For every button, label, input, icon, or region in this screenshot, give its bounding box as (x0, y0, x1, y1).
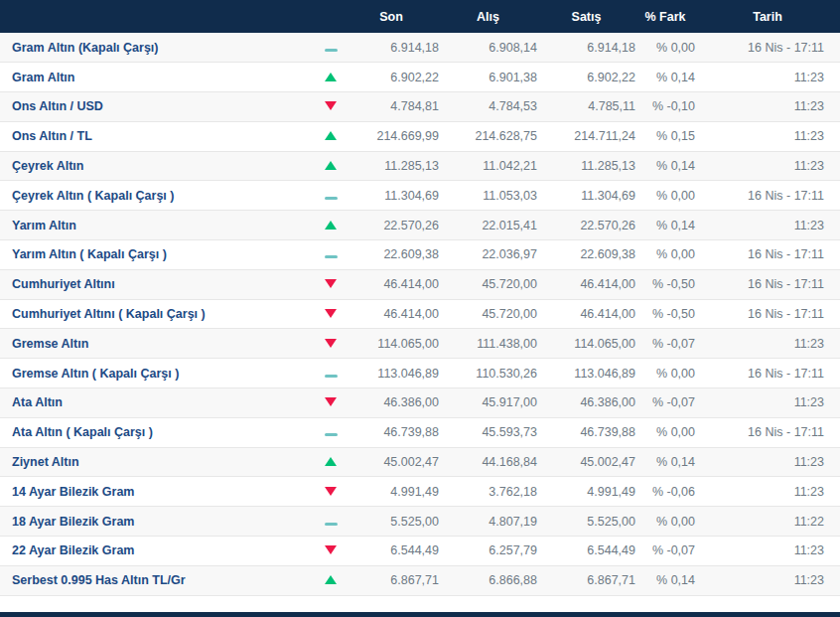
tarih-value: 11:22 (695, 507, 840, 537)
trend-flat-icon (325, 255, 338, 258)
alis-value: 6.866,88 (439, 565, 537, 595)
tarih-value: 11:23 (695, 329, 840, 359)
instrument-name[interactable]: Gram Altın (0, 63, 318, 92)
tarih-value: 16 Nis - 17:11 (695, 417, 840, 447)
trend-down-icon (325, 487, 337, 496)
instrument-name[interactable]: Serbest 0.995 Has Altın TL/Gr (0, 565, 318, 595)
table-row[interactable]: 22 Ayar Bilezik Gram6.544,496.257,796.54… (0, 537, 840, 566)
trend-cell (318, 299, 344, 329)
trend-flat-icon (325, 197, 338, 200)
son-value: 6.914,18 (344, 33, 439, 63)
satis-value: 45.002,47 (537, 447, 635, 477)
tarih-value: 11:23 (695, 447, 840, 477)
trend-cell (318, 92, 344, 122)
instrument-name[interactable]: 18 Ayar Bilezik Gram (0, 507, 318, 537)
trend-cell (318, 33, 344, 63)
alis-value: 44.168,84 (439, 447, 537, 477)
satis-value: 11.304,69 (537, 181, 635, 211)
table-row[interactable]: Çeyrek Altın ( Kapalı Çarşı )11.304,6911… (0, 181, 840, 211)
instrument-name[interactable]: Ziynet Altın (0, 447, 318, 477)
instrument-name[interactable]: Cumhuriyet Altını (0, 269, 318, 299)
son-value: 113.046,89 (344, 359, 439, 388)
trend-cell (318, 211, 344, 240)
fark-value: % -0,07 (635, 329, 695, 359)
satis-value: 46.414,00 (537, 299, 635, 329)
trend-flat-icon (325, 433, 338, 436)
trend-down-icon (325, 397, 337, 406)
header-tarih: Tarih (695, 0, 840, 33)
table-row[interactable]: Serbest 0.995 Has Altın TL/Gr6.867,716.8… (0, 565, 840, 595)
table-row[interactable]: Yarım Altın ( Kapalı Çarşı )22.609,3822.… (0, 240, 840, 270)
table-row[interactable]: 14 Ayar Bilezik Gram4.991,493.762,184.99… (0, 477, 840, 507)
instrument-name[interactable]: 22 Ayar Bilezik Gram (0, 537, 318, 566)
son-value: 46.414,00 (344, 299, 439, 329)
trend-cell (318, 565, 344, 595)
trend-cell (318, 151, 344, 181)
trend-down-icon (325, 309, 337, 318)
trend-down-icon (325, 339, 337, 348)
fark-value: % 0,00 (635, 181, 695, 211)
gold-prices-page: Son Alış Satış % Fark Tarih Gram Altın (… (0, 0, 840, 617)
son-value: 4.991,49 (344, 477, 439, 507)
table-row[interactable]: Ata Altın ( Kapalı Çarşı )46.739,8845.59… (0, 417, 840, 447)
instrument-name[interactable]: Ons Altın / TL (0, 121, 318, 151)
satis-value: 4.785,11 (537, 92, 635, 122)
instrument-name[interactable]: Ons Altın / USD (0, 92, 318, 122)
tarih-value: 11:23 (695, 211, 840, 240)
tarih-value: 11:23 (695, 121, 840, 151)
satis-value: 6.902,22 (537, 63, 635, 92)
satis-value: 46.386,00 (537, 388, 635, 418)
trend-cell (318, 507, 344, 537)
table-row[interactable]: Yarım Altın22.570,2622.015,4122.570,26% … (0, 211, 840, 240)
table-row[interactable]: Gremse Altın ( Kapalı Çarşı )113.046,891… (0, 359, 840, 388)
table-row[interactable]: Cumhuriyet Altını ( Kapalı Çarşı )46.414… (0, 299, 840, 329)
alis-value: 111.438,00 (439, 329, 537, 359)
instrument-name[interactable]: Çeyrek Altın (0, 151, 318, 181)
trend-cell (318, 181, 344, 211)
header-son: Son (344, 0, 439, 33)
fark-value: % -0,10 (635, 92, 695, 122)
instrument-name[interactable]: Yarım Altın ( Kapalı Çarşı ) (0, 240, 318, 270)
fark-value: % 0,14 (635, 447, 695, 477)
alis-value: 6.257,79 (439, 537, 537, 566)
instrument-name[interactable]: Cumhuriyet Altını ( Kapalı Çarşı ) (0, 299, 318, 329)
table-row[interactable]: Ons Altın / USD4.784,814.784,534.785,11%… (0, 92, 840, 122)
trend-cell (318, 477, 344, 507)
instrument-name[interactable]: Ata Altın (0, 388, 318, 418)
tarih-value: 11:23 (695, 92, 840, 122)
tarih-value: 16 Nis - 17:11 (695, 299, 840, 329)
trend-up-icon (325, 131, 337, 140)
table-row[interactable]: Ons Altın / TL214.669,99214.628,75214.71… (0, 121, 840, 151)
trend-cell (318, 359, 344, 388)
tarih-value: 11:23 (695, 537, 840, 566)
alis-value: 214.628,75 (439, 121, 537, 151)
satis-value: 11.285,13 (537, 151, 635, 181)
trend-cell (318, 240, 344, 270)
instrument-name[interactable]: Çeyrek Altın ( Kapalı Çarşı ) (0, 181, 318, 211)
instrument-name[interactable]: 14 Ayar Bilezik Gram (0, 477, 318, 507)
table-row[interactable]: Gremse Altın114.065,00111.438,00114.065,… (0, 329, 840, 359)
instrument-name[interactable]: Yarım Altın (0, 211, 318, 240)
fark-value: % -0,07 (635, 537, 695, 566)
table-row[interactable]: Cumhuriyet Altını46.414,0045.720,0046.41… (0, 269, 840, 299)
tarih-value: 16 Nis - 17:11 (695, 33, 840, 63)
header-satis: Satış (537, 0, 635, 33)
table-row[interactable]: 18 Ayar Bilezik Gram5.525,004.807,195.52… (0, 507, 840, 537)
instrument-name[interactable]: Gremse Altın ( Kapalı Çarşı ) (0, 359, 318, 388)
header-name (0, 0, 318, 33)
son-value: 46.739,88 (344, 417, 439, 447)
table-row[interactable]: Ziynet Altın45.002,4744.168,8445.002,47%… (0, 447, 840, 477)
table-row[interactable]: Çeyrek Altın11.285,1311.042,2111.285,13%… (0, 151, 840, 181)
table-row[interactable]: Gram Altın (Kapalı Çarşı)6.914,186.908,1… (0, 33, 840, 63)
table-row[interactable]: Gram Altın6.902,226.901,386.902,22% 0,14… (0, 63, 840, 92)
instrument-name[interactable]: Gremse Altın (0, 329, 318, 359)
son-value: 5.525,00 (344, 507, 439, 537)
son-value: 6.902,22 (344, 63, 439, 92)
son-value: 11.304,69 (344, 181, 439, 211)
tarih-value: 11:23 (695, 388, 840, 418)
instrument-name[interactable]: Ata Altın ( Kapalı Çarşı ) (0, 417, 318, 447)
son-value: 4.784,81 (344, 92, 439, 122)
table-row[interactable]: Ata Altın46.386,0045.917,0046.386,00% -0… (0, 388, 840, 418)
trend-up-icon (325, 73, 337, 81)
instrument-name[interactable]: Gram Altın (Kapalı Çarşı) (0, 33, 318, 63)
